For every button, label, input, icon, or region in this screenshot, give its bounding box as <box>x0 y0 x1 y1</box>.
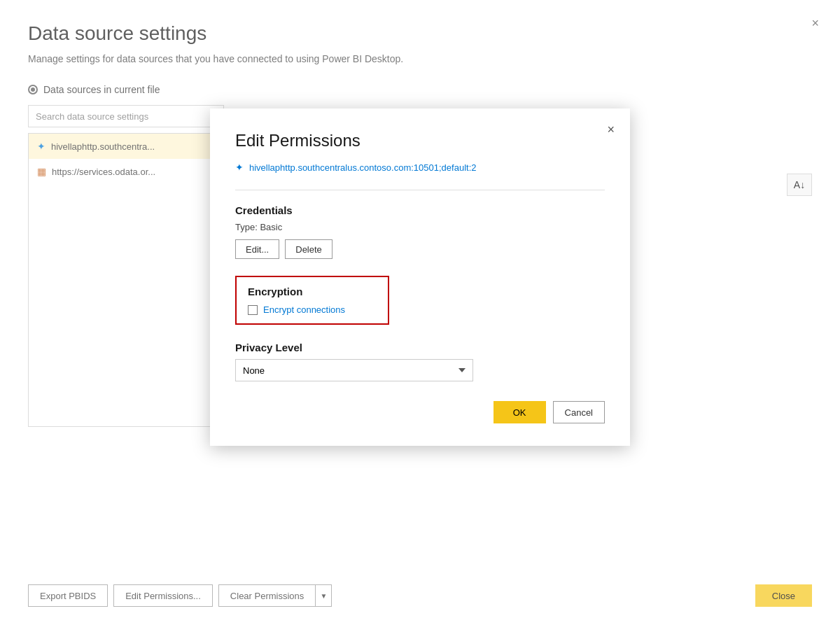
bottom-buttons: Export PBIDS Edit Permissions... Clear P… <box>28 584 332 607</box>
credentials-type: Type: Basic <box>235 222 605 232</box>
modal-footer: OK Cancel <box>235 401 605 423</box>
datasource-item-2[interactable]: ▦ https://services.odata.or... <box>29 159 223 184</box>
modal-close-button[interactable]: × <box>604 120 617 140</box>
clear-permissions-split: Clear Permissions ▼ <box>218 584 332 607</box>
credentials-title: Credentials <box>235 204 605 216</box>
encryption-section: Encryption Encrypt connections <box>235 276 389 325</box>
sort-icon: A↓ <box>794 179 805 190</box>
main-subtitle: Manage settings for data sources that yo… <box>28 53 812 64</box>
privacy-level-select[interactable]: None Public Organizational Private <box>235 359 473 381</box>
clear-permissions-button[interactable]: Clear Permissions <box>218 584 315 607</box>
edit-cred-button[interactable]: Edit... <box>235 239 279 259</box>
clear-permissions-arrow[interactable]: ▼ <box>315 584 332 607</box>
modal-datasource-row: ✦ hivellaphttp.southcentralus.contoso.co… <box>235 162 605 173</box>
ok-button[interactable]: OK <box>493 401 546 423</box>
radio-current-file-label: Data sources in current file <box>43 84 160 95</box>
cancel-button[interactable]: Cancel <box>553 401 605 423</box>
delete-cred-button[interactable]: Delete <box>285 239 332 259</box>
encrypt-connections-label: Encrypt connections <box>263 304 345 315</box>
modal-datasource-url: hivellaphttp.southcentralus.contoso.com:… <box>249 162 477 173</box>
edit-permissions-modal: × Edit Permissions ✦ hivellaphttp.southc… <box>210 108 630 446</box>
privacy-section: Privacy Level None Public Organizational… <box>235 342 605 381</box>
search-input[interactable] <box>28 105 224 127</box>
sort-button[interactable]: A↓ <box>787 174 812 196</box>
datasource-name-2: https://services.odata.or... <box>52 167 155 177</box>
radio-current-file-icon[interactable] <box>28 85 38 94</box>
encryption-title: Encryption <box>248 286 377 297</box>
main-title: Data source settings <box>28 22 812 45</box>
cred-buttons: Edit... Delete <box>235 239 605 259</box>
db-icon-1: ✦ <box>37 141 46 152</box>
encrypt-connections-checkbox[interactable] <box>248 305 258 315</box>
modal-db-icon: ✦ <box>235 162 244 173</box>
radio-current-file-row: Data sources in current file <box>28 84 812 95</box>
section-divider-1 <box>235 190 605 190</box>
datasource-list: ✦ hivellaphttp.southcentra... ▦ https://… <box>28 133 224 427</box>
edit-permissions-button[interactable]: Edit Permissions... <box>113 584 213 607</box>
main-close-button[interactable]: × <box>807 14 823 32</box>
credentials-section: Credentials Type: Basic Edit... Delete <box>235 204 605 259</box>
encrypt-connections-row: Encrypt connections <box>248 304 377 315</box>
modal-title: Edit Permissions <box>235 131 605 150</box>
privacy-title: Privacy Level <box>235 342 605 353</box>
datasource-name-1: hivellaphttp.southcentra... <box>51 141 155 152</box>
export-pbids-button[interactable]: Export PBIDS <box>28 584 108 607</box>
close-button[interactable]: Close <box>755 584 812 607</box>
table-icon-2: ▦ <box>37 166 46 177</box>
datasource-item-1[interactable]: ✦ hivellaphttp.southcentra... <box>29 134 223 159</box>
